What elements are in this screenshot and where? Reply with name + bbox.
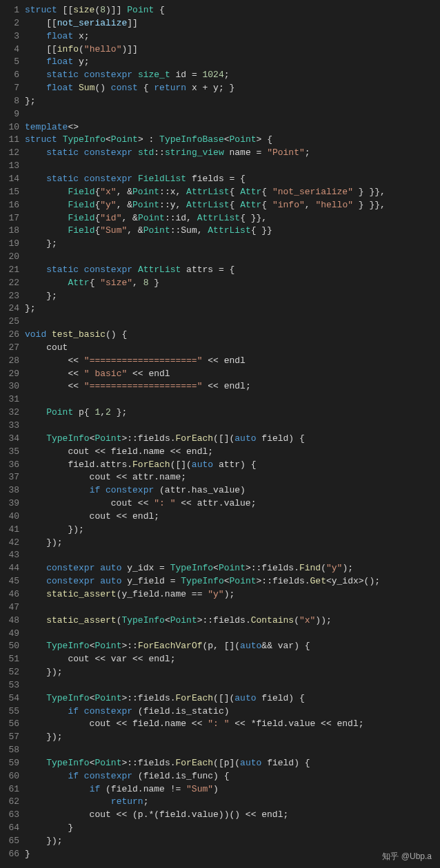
code-content: << " basic" << endl xyxy=(25,368,170,381)
code-content: [[not_serialize]] xyxy=(25,17,138,30)
line-number: 28 xyxy=(0,355,25,368)
code-content: << "====================" << endl; xyxy=(25,380,251,393)
code-line: 3 float x; xyxy=(0,30,440,43)
code-content: void test_basic() { xyxy=(25,329,127,342)
line-number: 40 xyxy=(0,510,25,524)
line-number: 66 xyxy=(0,848,25,861)
line-number: 9 xyxy=(0,108,25,121)
line-number: 1 xyxy=(0,4,25,17)
code-content: << "====================" << endl xyxy=(25,355,246,368)
line-number: 37 xyxy=(0,471,25,484)
code-line: 25 xyxy=(0,316,440,329)
code-line: 33 xyxy=(0,420,440,433)
line-number: 22 xyxy=(0,277,25,290)
code-content: cout << ": " << attr.value; xyxy=(25,497,256,510)
code-content: TypeInfo<Point>::fields.ForEach([](auto … xyxy=(25,433,305,446)
code-line: 49 xyxy=(0,628,440,641)
code-line: 23 }; xyxy=(0,290,440,303)
line-number: 8 xyxy=(0,95,25,108)
line-number: 43 xyxy=(0,549,25,562)
code-content: }); xyxy=(25,835,63,848)
line-number: 64 xyxy=(0,822,25,835)
code-content: }; xyxy=(25,238,57,251)
line-number: 53 xyxy=(0,679,25,692)
code-line: 50 TypeInfo<Point>::ForEachVarOf(p, [](a… xyxy=(0,640,440,653)
code-content: if (field.name != "Sum") xyxy=(25,783,219,796)
code-line: 51 cout << var << endl; xyxy=(0,653,440,666)
line-number: 4 xyxy=(0,43,25,56)
code-content: } xyxy=(25,822,73,835)
code-line: 56 cout << field.name << ": " << *field.… xyxy=(0,718,440,731)
code-content: [[info("hello")]] xyxy=(25,43,138,56)
code-line: 11struct TypeInfo<Point> : TypeInfoBase<… xyxy=(0,134,440,147)
code-line: 63 cout << (p.*(field.value))() << endl; xyxy=(0,809,440,822)
code-line: 29 << " basic" << endl xyxy=(0,368,440,381)
code-content: } xyxy=(25,848,30,861)
line-number: 59 xyxy=(0,757,25,770)
code-line: 53 xyxy=(0,679,440,692)
code-line: 15 Field{"x", &Point::x, AttrList{ Attr{… xyxy=(0,186,440,199)
code-editor: 1struct [[size(8)]] Point {2 [[not_seria… xyxy=(0,0,440,865)
line-number: 56 xyxy=(0,718,25,731)
code-line: 6 static constexpr size_t id = 1024; xyxy=(0,69,440,82)
code-content: cout << endl; xyxy=(25,510,159,524)
code-line: 34 TypeInfo<Point>::fields.ForEach([](au… xyxy=(0,433,440,446)
line-number: 13 xyxy=(0,160,25,173)
code-line: 31 xyxy=(0,393,440,406)
line-number: 12 xyxy=(0,147,25,160)
code-line: 1struct [[size(8)]] Point { xyxy=(0,4,440,17)
code-line: 40 cout << endl; xyxy=(0,510,440,524)
code-line: 39 cout << ": " << attr.value; xyxy=(0,497,440,510)
code-line: 37 cout << attr.name; xyxy=(0,471,440,484)
code-line: 27 cout xyxy=(0,342,440,355)
code-content: Point p{ 1,2 }; xyxy=(25,406,127,420)
line-number: 44 xyxy=(0,562,25,575)
code-line: 55 if constexpr (field.is_static) xyxy=(0,705,440,719)
code-content: static constexpr size_t id = 1024; xyxy=(25,69,230,82)
line-number: 17 xyxy=(0,212,25,225)
code-content: }; xyxy=(25,302,36,316)
line-number: 3 xyxy=(0,30,25,43)
code-content: }); xyxy=(25,524,84,537)
code-content: cout << attr.name; xyxy=(25,471,186,484)
line-number: 51 xyxy=(0,653,25,666)
line-number: 39 xyxy=(0,497,25,510)
code-content: }); xyxy=(25,666,63,679)
line-number: 24 xyxy=(0,302,25,316)
line-number: 2 xyxy=(0,17,25,30)
code-content: TypeInfo<Point>::fields.ForEach([p](auto… xyxy=(25,757,310,770)
code-line: 54 TypeInfo<Point>::fields.ForEach([](au… xyxy=(0,692,440,705)
line-number: 27 xyxy=(0,342,25,355)
code-line: 60 if constexpr (field.is_func) { xyxy=(0,770,440,783)
code-line: 4 [[info("hello")]] xyxy=(0,43,440,56)
line-number: 16 xyxy=(0,199,25,212)
watermark: 知乎 @Ubp.a xyxy=(382,851,432,862)
code-line: 22 Attr{ "size", 8 } xyxy=(0,277,440,290)
code-line: 61 if (field.name != "Sum") xyxy=(0,783,440,796)
code-content: }; xyxy=(25,95,36,108)
code-content: cout << var << endl; xyxy=(25,653,175,666)
code-line: 36 field.attrs.ForEach([](auto attr) { xyxy=(0,459,440,472)
code-line: 14 static constexpr FieldList fields = { xyxy=(0,173,440,186)
line-number: 46 xyxy=(0,588,25,601)
line-number: 55 xyxy=(0,705,25,719)
code-line: 17 Field{"id", &Point::id, AttrList{ }}, xyxy=(0,212,440,225)
code-content: static_assert(y_field.name == "y"); xyxy=(25,588,234,601)
line-number: 10 xyxy=(0,121,25,134)
code-line: 28 << "====================" << endl xyxy=(0,355,440,368)
code-line: 52 }); xyxy=(0,666,440,679)
line-number: 33 xyxy=(0,420,25,433)
code-line: 12 static constexpr std::string_view nam… xyxy=(0,147,440,160)
line-number: 23 xyxy=(0,290,25,303)
line-number: 35 xyxy=(0,446,25,459)
line-number: 21 xyxy=(0,264,25,277)
code-line: 32 Point p{ 1,2 }; xyxy=(0,406,440,420)
code-line: 57 }); xyxy=(0,731,440,744)
line-number: 26 xyxy=(0,329,25,342)
code-content: Field{"Sum", &Point::Sum, AttrList{ }} xyxy=(25,225,272,238)
code-line: 45 constexpr auto y_field = TypeInfo<Poi… xyxy=(0,575,440,588)
code-content: cout << field.name << endl; xyxy=(25,446,213,459)
code-content: }; xyxy=(25,290,57,303)
line-number: 36 xyxy=(0,459,25,472)
code-line: 13 xyxy=(0,160,440,173)
